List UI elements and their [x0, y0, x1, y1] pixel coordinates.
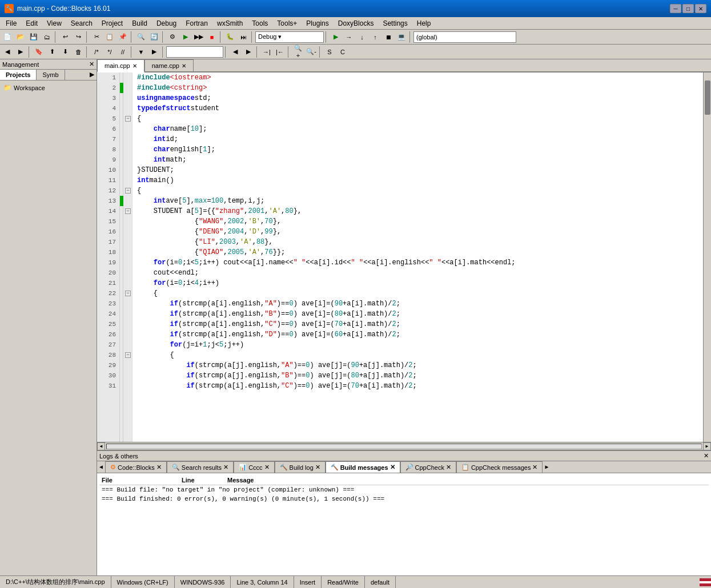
menu-edit[interactable]: Edit: [21, 18, 42, 29]
code-line-25[interactable]: if(strcmp(a[i].english,"C")==0) ave[i]=(…: [132, 319, 703, 329]
code-line-13[interactable]: int ave[5],max=100,temp,i,j;: [132, 196, 703, 206]
tb-stop[interactable]: ■: [206, 31, 218, 43]
menu-build[interactable]: Build: [127, 18, 152, 29]
menu-settings[interactable]: Settings: [378, 18, 412, 29]
logs-close-icon[interactable]: ✕: [704, 452, 709, 460]
menu-fortran[interactable]: Fortran: [181, 18, 212, 29]
buildmsg-close[interactable]: ✕: [390, 464, 395, 471]
tb-step-in[interactable]: ↓: [356, 31, 368, 43]
horizontal-scrollbar[interactable]: ◀ ▶: [97, 442, 711, 450]
code-line-6[interactable]: char name[10];: [132, 124, 703, 134]
tb-comment[interactable]: /*: [90, 46, 103, 58]
menu-file[interactable]: File: [1, 18, 21, 29]
tb-bookmark-clear[interactable]: 🗑: [72, 46, 85, 58]
code-line-7[interactable]: int id;: [132, 134, 703, 144]
code-line-8[interactable]: char english[1];: [132, 144, 703, 155]
tb-open[interactable]: 📂: [14, 31, 27, 43]
code-line-20[interactable]: cout<<endl;: [132, 268, 703, 278]
tb-paste[interactable]: 📌: [117, 31, 129, 43]
search-close[interactable]: ✕: [223, 464, 228, 471]
tb-bookmark-prev[interactable]: ⬆: [46, 46, 58, 58]
code-line-27[interactable]: for(j=i+1;j<5;j++): [132, 340, 703, 350]
sidebar-tab-symb[interactable]: Symb: [37, 70, 65, 80]
tb-debug[interactable]: 🐛: [224, 31, 236, 43]
tb-bookmark-next[interactable]: ⬇: [59, 46, 71, 58]
cccc-close[interactable]: ✕: [264, 464, 270, 471]
logs-tab-cccc[interactable]: 📊 Cccc ✕: [234, 461, 274, 473]
tb-debug-run[interactable]: ▶: [330, 31, 342, 43]
scroll-right-btn[interactable]: ▶: [703, 442, 711, 450]
fold-5[interactable]: −: [123, 114, 132, 124]
target-dropdown[interactable]: Debug ▾: [255, 31, 324, 43]
tab-main-close[interactable]: ✕: [132, 63, 137, 69]
search-input[interactable]: [166, 46, 223, 58]
code-line-18[interactable]: {"QIAO",2005,'A',76}};: [132, 247, 703, 257]
tb-tab-prev[interactable]: ◀: [229, 46, 242, 58]
tb-save[interactable]: 💾: [27, 31, 40, 43]
fold-22[interactable]: −: [123, 288, 132, 299]
code-line-21[interactable]: for(i=0;i<4;i++): [132, 278, 703, 288]
tb-bookmark-add[interactable]: 🔖: [33, 46, 45, 58]
cb-close[interactable]: ✕: [156, 464, 162, 471]
code-line-23[interactable]: if(strcmp(a[i].english,"A")==0) ave[i]=(…: [132, 299, 703, 309]
workspace-item[interactable]: 📁 Workspace: [2, 83, 94, 92]
tb-build-run[interactable]: ▶▶: [192, 31, 205, 43]
editor-tab-name[interactable]: name.cpp ✕: [144, 59, 194, 71]
tb-new[interactable]: 📄: [1, 31, 14, 43]
tb-save-all[interactable]: 🗂: [41, 31, 53, 43]
menu-view[interactable]: View: [42, 18, 66, 29]
tb-zoom-in[interactable]: 🔍+: [292, 46, 304, 58]
scroll-left-btn[interactable]: ◀: [97, 442, 105, 450]
logs-tab-search[interactable]: 🔍 Search results ✕: [167, 461, 234, 473]
code-line-12[interactable]: {: [132, 186, 703, 196]
menu-search[interactable]: Search: [66, 18, 97, 29]
tb-special-1[interactable]: S: [323, 46, 336, 58]
sidebar-nav-right[interactable]: ▶: [87, 70, 97, 80]
global-dropdown[interactable]: (global): [413, 31, 516, 43]
tb-toggle-comment[interactable]: //: [117, 46, 129, 58]
tb-step-out[interactable]: ↑: [369, 31, 381, 43]
tb-next[interactable]: →: [343, 31, 355, 43]
tb-cut[interactable]: ✂: [90, 31, 103, 43]
code-line-2[interactable]: #include <cstring>: [132, 83, 703, 93]
tb-replace[interactable]: 🔄: [148, 31, 160, 43]
code-line-14[interactable]: STUDENT a[5]={{"zhang",2001,'A',80},: [132, 206, 703, 216]
code-line-11[interactable]: int main(): [132, 175, 703, 186]
logs-tab-cppcheck-msg[interactable]: 📋 CppCheck messages ✕: [456, 461, 543, 473]
tb-uncomment[interactable]: */: [103, 46, 116, 58]
tb-unfold[interactable]: ▶: [148, 46, 160, 58]
tb-stop-debug[interactable]: ⏹: [382, 31, 395, 43]
close-button[interactable]: ✕: [695, 4, 706, 13]
menu-wxsmith[interactable]: wxSmith: [212, 18, 247, 29]
buildlog-close[interactable]: ✕: [315, 464, 320, 471]
code-line-19[interactable]: for(i=0;i<5;i++) cout<<a[i].name<<" "<<a…: [132, 257, 703, 268]
fold-bar[interactable]: −−−−−: [123, 73, 132, 442]
tb-undo[interactable]: ↩: [59, 31, 71, 43]
code-editor[interactable]: 1234567891011121314151617181920212223242…: [97, 73, 711, 442]
tb-fold[interactable]: ▼: [135, 46, 147, 58]
code-line-22[interactable]: {: [132, 288, 703, 299]
code-line-28[interactable]: {: [132, 350, 703, 360]
logs-content[interactable]: File Line Message === Build file: "no ta…: [97, 473, 711, 575]
tb-indent[interactable]: →|: [260, 46, 273, 58]
tb-step[interactable]: ⏭: [237, 31, 250, 43]
tb-run[interactable]: ▶: [179, 31, 192, 43]
code-line-9[interactable]: int math;: [132, 155, 703, 165]
code-line-29[interactable]: if(strcmp(a[j].english,"A")==0) ave[j]=(…: [132, 360, 703, 370]
menu-debug[interactable]: Debug: [152, 18, 181, 29]
menu-doxyblocks[interactable]: DoxyBlocks: [334, 18, 379, 29]
menu-plugins[interactable]: Plugins: [302, 18, 333, 29]
tb-redo[interactable]: ↪: [72, 31, 85, 43]
code-line-15[interactable]: {"WANG",2002,'B',70},: [132, 216, 703, 227]
code-line-24[interactable]: if(strcmp(a[i].english,"B")==0) ave[i]=(…: [132, 309, 703, 319]
scrollbar-thumb[interactable]: [705, 80, 710, 115]
code-line-31[interactable]: if(strcmp(a[i].english,"C")==0) ave[i]=(…: [132, 381, 703, 391]
code-line-4[interactable]: typedef struct student: [132, 103, 703, 114]
code-line-17[interactable]: {"LI",2003,'A',88},: [132, 237, 703, 247]
menu-tools-plus[interactable]: Tools+: [272, 18, 302, 29]
tb-build-target[interactable]: ⚙: [166, 31, 179, 43]
code-line-3[interactable]: using namespace std;: [132, 93, 703, 103]
sidebar-close-icon[interactable]: ✕: [89, 61, 94, 68]
fold-14[interactable]: −: [123, 206, 132, 216]
menu-project[interactable]: Project: [97, 18, 127, 29]
